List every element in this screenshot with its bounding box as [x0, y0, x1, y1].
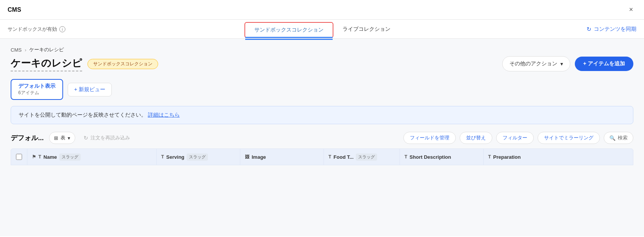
col-badge-serving: スラッグ — [187, 153, 208, 161]
sandbox-status: サンドボックスが有効 i — [8, 26, 65, 33]
page-header: ケーキのレシピ サンドボックスコレクション その他のアクション ▾ + アイテム… — [11, 56, 633, 71]
close-icon[interactable]: × — [626, 5, 636, 15]
sync-icon: ↻ — [587, 26, 592, 33]
table-icon: ⊞ — [54, 135, 58, 141]
column-header-preparation: T Preparation — [483, 149, 633, 165]
text-icon-shortdesc: T — [404, 154, 407, 160]
breadcrumb-root: CMS — [11, 47, 22, 53]
col-label-image: Image — [252, 154, 266, 160]
column-header-shortdesc: T Short Description — [400, 149, 483, 165]
page-header-right: その他のアクション ▾ + アイテムを追加 — [502, 56, 633, 71]
new-view-button[interactable]: + 新規ビュー — [68, 83, 112, 96]
other-actions-button[interactable]: その他のアクション ▾ — [502, 56, 570, 71]
table-toolbar: デフォル... ⊞ 表 ▾ ↻ 注文を再読み込み フィールドを管理 並び替え フ… — [11, 132, 633, 144]
table-header-row: ⚑ T Name スラッグ T Serving スラッグ 🖼 Image T F… — [11, 149, 633, 165]
select-all-checkbox-cell — [11, 154, 27, 160]
column-header-serving: T Serving スラッグ — [156, 149, 240, 165]
sync-button[interactable]: ↻ コンテンツを同期 — [587, 26, 636, 33]
text-icon-foodtype: T — [328, 154, 331, 160]
chevron-down-icon: ▾ — [560, 61, 563, 67]
text-icon: T — [38, 154, 41, 160]
flag-icon: ⚑ — [32, 154, 36, 160]
text-icon-prep: T — [488, 154, 491, 160]
banner-link[interactable]: 詳細はこちら — [148, 112, 180, 118]
filter-button[interactable]: フィルター — [496, 132, 534, 144]
add-item-button[interactable]: + アイテムを追加 — [575, 57, 633, 71]
breadcrumb: CMS › ケーキのレシピ — [11, 46, 633, 53]
mirror-button[interactable]: サイトでミラーリング — [538, 132, 600, 144]
top-bar: CMS × — [0, 0, 644, 20]
view-title: デフォル... — [11, 133, 44, 142]
breadcrumb-current: ケーキのレシピ — [29, 46, 64, 53]
page-title: ケーキのレシピ — [11, 57, 82, 71]
reload-icon: ↻ — [84, 135, 88, 141]
col-label-name: Name — [43, 154, 57, 160]
tab-sandbox-wrapper: サンドボックスコレクション — [244, 22, 333, 38]
collection-type-badge: サンドボックスコレクション — [87, 59, 158, 69]
text-icon-serving: T — [161, 154, 164, 160]
tab-sandbox[interactable]: サンドボックスコレクション — [245, 22, 333, 38]
reload-button[interactable]: ↻ 注文を再読み込み — [79, 132, 135, 144]
col-badge-name: スラッグ — [59, 153, 81, 161]
col-label-foodtype: Food T... — [333, 154, 354, 160]
views-row: デフォルト表示 6アイテム + 新規ビュー — [11, 79, 633, 100]
search-button[interactable]: 🔍 検索 — [604, 132, 633, 144]
tab-live[interactable]: ライブコレクション — [333, 20, 400, 39]
tabs-center: サンドボックスコレクション ライブコレクション — [244, 20, 400, 39]
page-header-left: ケーキのレシピ サンドボックスコレクション — [11, 57, 158, 71]
app-title: CMS — [8, 6, 21, 13]
search-icon: 🔍 — [609, 135, 615, 141]
sort-button[interactable]: 並び替え — [460, 132, 492, 144]
col-label-shortdesc: Short Description — [409, 154, 451, 160]
info-icon[interactable]: i — [59, 26, 65, 32]
image-icon: 🖼 — [245, 154, 249, 160]
select-all-checkbox[interactable] — [16, 154, 22, 160]
column-header-foodtype: T Food T... スラッグ — [324, 149, 400, 165]
column-header-name: ⚑ T Name スラッグ — [27, 149, 156, 165]
breadcrumb-separator: › — [25, 47, 26, 53]
column-header-image: 🖼 Image — [240, 149, 324, 165]
col-label-serving: Serving — [166, 154, 184, 160]
tab-bar: サンドボックスが有効 i サンドボックスコレクション ライブコレクション ↻ コ… — [0, 20, 644, 39]
content-area: CMS › ケーキのレシピ ケーキのレシピ サンドボックスコレクション その他の… — [0, 39, 644, 236]
view-type-button[interactable]: ⊞ 表 ▾ — [49, 132, 75, 144]
default-view-button[interactable]: デフォルト表示 6アイテム — [11, 79, 63, 100]
col-badge-foodtype: スラッグ — [356, 153, 377, 161]
manage-fields-button[interactable]: フィールドを管理 — [403, 132, 456, 144]
col-label-prep: Preparation — [493, 154, 520, 160]
info-banner: サイトを公開して動的ページを反映させてください。 詳細はこちら — [11, 106, 633, 124]
chevron-down-icon: ▾ — [68, 135, 70, 141]
sandbox-status-text: サンドボックスが有効 — [8, 26, 57, 33]
